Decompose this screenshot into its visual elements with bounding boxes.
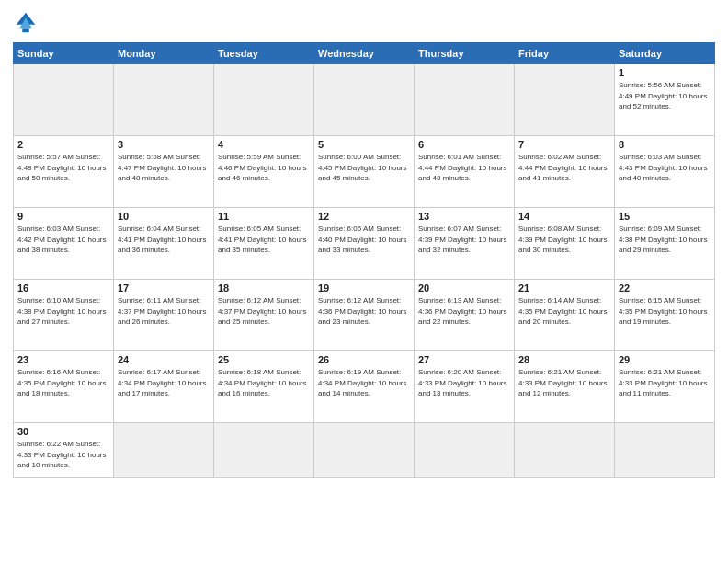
- calendar-cell: 20Sunrise: 6:13 AM Sunset: 4:36 PM Dayli…: [415, 280, 515, 351]
- page: SundayMondayTuesdayWednesdayThursdayFrid…: [0, 0, 728, 563]
- day-info: Sunrise: 6:19 AM Sunset: 4:34 PM Dayligh…: [318, 367, 410, 399]
- calendar-cell: [314, 64, 415, 136]
- week-row-2: 2Sunrise: 5:57 AM Sunset: 4:48 PM Daylig…: [14, 136, 715, 208]
- calendar-cell: 28Sunrise: 6:21 AM Sunset: 4:33 PM Dayli…: [515, 351, 615, 423]
- calendar-cell: [314, 423, 415, 478]
- calendar-cell: 7Sunrise: 6:02 AM Sunset: 4:44 PM Daylig…: [515, 136, 615, 208]
- calendar-cell: 6Sunrise: 6:01 AM Sunset: 4:44 PM Daylig…: [415, 136, 515, 208]
- day-info: Sunrise: 6:16 AM Sunset: 4:35 PM Dayligh…: [17, 367, 109, 399]
- weekday-header-friday: Friday: [515, 43, 615, 64]
- week-row-1: 1Sunrise: 5:56 AM Sunset: 4:49 PM Daylig…: [14, 64, 715, 136]
- day-number: 17: [118, 282, 210, 293]
- calendar-cell: 2Sunrise: 5:57 AM Sunset: 4:48 PM Daylig…: [14, 136, 114, 208]
- day-number: 23: [17, 354, 109, 365]
- day-info: Sunrise: 6:11 AM Sunset: 4:37 PM Dayligh…: [118, 295, 210, 327]
- day-number: 4: [218, 139, 310, 150]
- calendar-cell: [214, 64, 314, 136]
- day-number: 3: [118, 139, 210, 150]
- day-info: Sunrise: 6:03 AM Sunset: 4:42 PM Dayligh…: [17, 224, 109, 256]
- calendar-cell: 30Sunrise: 6:22 AM Sunset: 4:33 PM Dayli…: [14, 423, 114, 478]
- weekday-header-tuesday: Tuesday: [214, 43, 314, 64]
- day-number: 14: [518, 211, 610, 222]
- day-number: 24: [118, 354, 210, 365]
- calendar-cell: 25Sunrise: 6:18 AM Sunset: 4:34 PM Dayli…: [214, 351, 314, 423]
- weekday-header-monday: Monday: [114, 43, 214, 64]
- day-number: 11: [218, 211, 310, 222]
- day-number: 6: [418, 139, 510, 150]
- day-info: Sunrise: 6:08 AM Sunset: 4:39 PM Dayligh…: [518, 224, 610, 256]
- day-number: 2: [17, 139, 109, 150]
- weekday-header-row: SundayMondayTuesdayWednesdayThursdayFrid…: [14, 43, 715, 64]
- day-info: Sunrise: 6:13 AM Sunset: 4:36 PM Dayligh…: [418, 295, 510, 327]
- calendar-cell: [114, 64, 214, 136]
- day-info: Sunrise: 6:10 AM Sunset: 4:38 PM Dayligh…: [17, 295, 109, 327]
- weekday-header-wednesday: Wednesday: [314, 43, 415, 64]
- calendar-cell: 26Sunrise: 6:19 AM Sunset: 4:34 PM Dayli…: [314, 351, 415, 423]
- day-info: Sunrise: 5:57 AM Sunset: 4:48 PM Dayligh…: [17, 152, 109, 184]
- calendar-cell: 17Sunrise: 6:11 AM Sunset: 4:37 PM Dayli…: [114, 280, 214, 351]
- day-info: Sunrise: 5:58 AM Sunset: 4:47 PM Dayligh…: [118, 152, 210, 184]
- day-info: Sunrise: 6:20 AM Sunset: 4:33 PM Dayligh…: [418, 367, 510, 399]
- day-number: 8: [619, 139, 711, 150]
- week-row-5: 23Sunrise: 6:16 AM Sunset: 4:35 PM Dayli…: [14, 351, 715, 423]
- day-info: Sunrise: 6:01 AM Sunset: 4:44 PM Dayligh…: [418, 152, 510, 184]
- week-row-4: 16Sunrise: 6:10 AM Sunset: 4:38 PM Dayli…: [14, 280, 715, 351]
- calendar-cell: 18Sunrise: 6:12 AM Sunset: 4:37 PM Dayli…: [214, 280, 314, 351]
- day-info: Sunrise: 6:14 AM Sunset: 4:35 PM Dayligh…: [518, 295, 610, 327]
- day-number: 20: [418, 282, 510, 293]
- calendar-cell: 16Sunrise: 6:10 AM Sunset: 4:38 PM Dayli…: [14, 280, 114, 351]
- day-info: Sunrise: 6:21 AM Sunset: 4:33 PM Dayligh…: [518, 367, 610, 399]
- calendar-cell: 12Sunrise: 6:06 AM Sunset: 4:40 PM Dayli…: [314, 208, 415, 280]
- day-info: Sunrise: 6:04 AM Sunset: 4:41 PM Dayligh…: [118, 224, 210, 256]
- header: [13, 9, 715, 35]
- day-info: Sunrise: 5:59 AM Sunset: 4:46 PM Dayligh…: [218, 152, 310, 184]
- logo: [13, 9, 42, 35]
- day-info: Sunrise: 6:02 AM Sunset: 4:44 PM Dayligh…: [518, 152, 610, 184]
- week-row-3: 9Sunrise: 6:03 AM Sunset: 4:42 PM Daylig…: [14, 208, 715, 280]
- calendar-cell: 29Sunrise: 6:21 AM Sunset: 4:33 PM Dayli…: [615, 351, 715, 423]
- day-info: Sunrise: 5:56 AM Sunset: 4:49 PM Dayligh…: [619, 80, 711, 112]
- calendar-cell: 22Sunrise: 6:15 AM Sunset: 4:35 PM Dayli…: [615, 280, 715, 351]
- calendar-cell: [515, 64, 615, 136]
- day-number: 16: [17, 282, 109, 293]
- calendar-cell: [415, 64, 515, 136]
- day-number: 19: [318, 282, 410, 293]
- calendar-cell: 8Sunrise: 6:03 AM Sunset: 4:43 PM Daylig…: [615, 136, 715, 208]
- day-number: 26: [318, 354, 410, 365]
- calendar-cell: 11Sunrise: 6:05 AM Sunset: 4:41 PM Dayli…: [214, 208, 314, 280]
- calendar-cell: 5Sunrise: 6:00 AM Sunset: 4:45 PM Daylig…: [314, 136, 415, 208]
- day-number: 27: [418, 354, 510, 365]
- day-info: Sunrise: 6:05 AM Sunset: 4:41 PM Dayligh…: [218, 224, 310, 256]
- weekday-header-thursday: Thursday: [415, 43, 515, 64]
- calendar-cell: [415, 423, 515, 478]
- day-number: 21: [518, 282, 610, 293]
- calendar-table: SundayMondayTuesdayWednesdayThursdayFrid…: [13, 42, 715, 478]
- day-number: 10: [118, 211, 210, 222]
- calendar-cell: 15Sunrise: 6:09 AM Sunset: 4:38 PM Dayli…: [615, 208, 715, 280]
- day-number: 25: [218, 354, 310, 365]
- calendar-cell: 27Sunrise: 6:20 AM Sunset: 4:33 PM Dayli…: [415, 351, 515, 423]
- calendar-cell: 21Sunrise: 6:14 AM Sunset: 4:35 PM Dayli…: [515, 280, 615, 351]
- day-number: 1: [619, 67, 711, 78]
- calendar-cell: [214, 423, 314, 478]
- day-info: Sunrise: 6:03 AM Sunset: 4:43 PM Dayligh…: [619, 152, 711, 184]
- day-info: Sunrise: 6:12 AM Sunset: 4:37 PM Dayligh…: [218, 295, 310, 327]
- calendar-cell: 3Sunrise: 5:58 AM Sunset: 4:47 PM Daylig…: [114, 136, 214, 208]
- calendar-cell: 24Sunrise: 6:17 AM Sunset: 4:34 PM Dayli…: [114, 351, 214, 423]
- calendar-cell: [114, 423, 214, 478]
- weekday-header-sunday: Sunday: [14, 43, 114, 64]
- calendar-cell: [515, 423, 615, 478]
- day-info: Sunrise: 6:06 AM Sunset: 4:40 PM Dayligh…: [318, 224, 410, 256]
- day-number: 29: [619, 354, 711, 365]
- calendar-cell: 9Sunrise: 6:03 AM Sunset: 4:42 PM Daylig…: [14, 208, 114, 280]
- calendar-cell: 1Sunrise: 5:56 AM Sunset: 4:49 PM Daylig…: [615, 64, 715, 136]
- day-info: Sunrise: 6:07 AM Sunset: 4:39 PM Dayligh…: [418, 224, 510, 256]
- day-number: 7: [518, 139, 610, 150]
- week-row-6: 30Sunrise: 6:22 AM Sunset: 4:33 PM Dayli…: [14, 423, 715, 478]
- day-number: 28: [518, 354, 610, 365]
- svg-rect-3: [22, 29, 28, 33]
- day-info: Sunrise: 6:17 AM Sunset: 4:34 PM Dayligh…: [118, 367, 210, 399]
- calendar-cell: 10Sunrise: 6:04 AM Sunset: 4:41 PM Dayli…: [114, 208, 214, 280]
- day-info: Sunrise: 6:09 AM Sunset: 4:38 PM Dayligh…: [619, 224, 711, 256]
- day-info: Sunrise: 6:21 AM Sunset: 4:33 PM Dayligh…: [619, 367, 711, 399]
